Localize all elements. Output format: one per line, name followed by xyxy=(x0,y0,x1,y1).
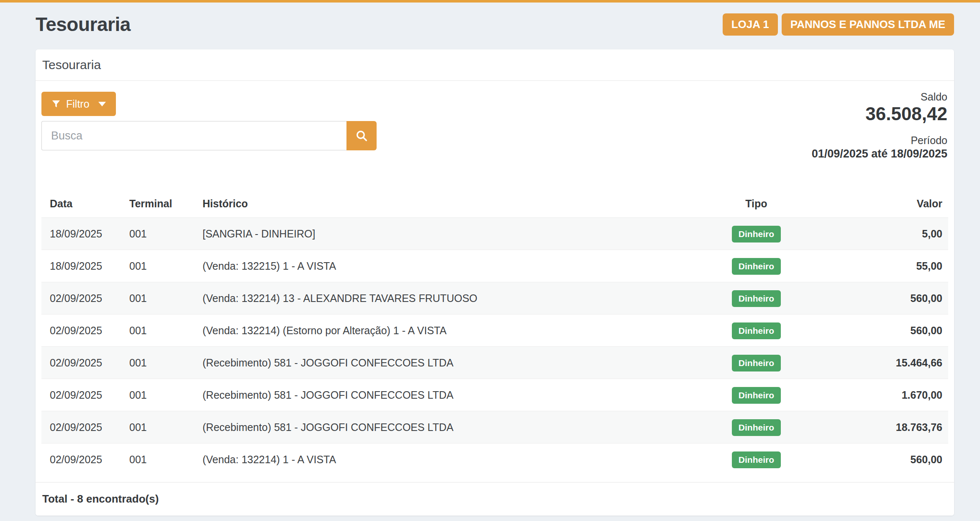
status-badge: Dinheiro xyxy=(732,258,781,275)
search-group xyxy=(41,121,377,150)
search-button[interactable] xyxy=(346,121,377,150)
status-badge: Dinheiro xyxy=(732,290,781,307)
cell-data: 02/09/2025 xyxy=(41,444,121,476)
page-title: Tesouraria xyxy=(36,13,131,36)
page-header: Tesouraria LOJA 1 PANNOS E PANNOS LTDA M… xyxy=(36,12,954,37)
cell-tipo: Dinheiro xyxy=(723,411,789,444)
column-header-historico: Histórico xyxy=(194,190,723,218)
table-row[interactable]: 02/09/2025 001 (Venda: 132214) (Estorno … xyxy=(41,315,948,347)
tesouraria-card: Tesouraria Filtro xyxy=(36,49,954,516)
table-header: Data Terminal Histórico Tipo Valor xyxy=(41,190,948,218)
cell-valor: 15.464,66 xyxy=(789,347,948,379)
periodo-value: 01/09/2025 até 18/09/2025 xyxy=(812,147,947,161)
cell-tipo: Dinheiro xyxy=(723,379,789,411)
search-icon xyxy=(355,129,368,142)
periodo-label: Período xyxy=(812,134,947,147)
status-badge: Dinheiro xyxy=(732,355,781,371)
table-row[interactable]: 02/09/2025 001 (Recebimento) 581 - JOGGO… xyxy=(41,411,948,444)
cell-historico: (Venda: 132214) 13 - ALEXANDRE TAVARES F… xyxy=(194,282,723,315)
company-button[interactable]: PANNOS E PANNOS LTDA ME xyxy=(782,13,954,36)
top-accent-bar xyxy=(0,0,980,3)
cell-historico: [SANGRIA - DINHEIRO] xyxy=(194,218,723,250)
store-button[interactable]: LOJA 1 xyxy=(723,13,778,36)
cell-data: 02/09/2025 xyxy=(41,411,121,444)
cell-data: 02/09/2025 xyxy=(41,315,121,347)
column-header-valor: Valor xyxy=(789,190,948,218)
cell-historico: (Recebimento) 581 - JOGGOFI CONFECCOES L… xyxy=(194,411,723,444)
saldo-label: Saldo xyxy=(812,91,947,103)
cell-terminal: 001 xyxy=(121,315,194,347)
cell-terminal: 001 xyxy=(121,218,194,250)
table-row[interactable]: 02/09/2025 001 (Recebimento) 581 - JOGGO… xyxy=(41,347,948,379)
cell-data: 18/09/2025 xyxy=(41,250,121,282)
search-input[interactable] xyxy=(41,121,346,150)
cell-data: 02/09/2025 xyxy=(41,379,121,411)
cell-historico: (Venda: 132215) 1 - A VISTA xyxy=(194,250,723,282)
page: Tesouraria LOJA 1 PANNOS E PANNOS LTDA M… xyxy=(36,12,954,516)
cell-tipo: Dinheiro xyxy=(723,282,789,315)
table-row[interactable]: 18/09/2025 001 [SANGRIA - DINHEIRO] Dinh… xyxy=(41,218,948,250)
cell-valor: 1.670,00 xyxy=(789,379,948,411)
cell-data: 02/09/2025 xyxy=(41,282,121,315)
cell-data: 18/09/2025 xyxy=(41,218,121,250)
cell-tipo: Dinheiro xyxy=(723,218,789,250)
status-badge: Dinheiro xyxy=(732,226,781,242)
status-badge: Dinheiro xyxy=(732,322,781,339)
table-row[interactable]: 02/09/2025 001 (Recebimento) 581 - JOGGO… xyxy=(41,379,948,411)
column-header-tipo: Tipo xyxy=(723,190,789,218)
transactions-table: Data Terminal Histórico Tipo Valor 18/09… xyxy=(41,190,948,475)
summary-panel: Saldo 36.508,42 Período 01/09/2025 até 1… xyxy=(812,91,947,161)
table-body: 18/09/2025 001 [SANGRIA - DINHEIRO] Dinh… xyxy=(41,218,948,476)
cell-valor: 5,00 xyxy=(789,218,948,250)
cell-historico: (Recebimento) 581 - JOGGOFI CONFECCOES L… xyxy=(194,379,723,411)
cell-valor: 55,00 xyxy=(789,250,948,282)
card-title: Tesouraria xyxy=(36,49,954,81)
column-header-terminal: Terminal xyxy=(121,190,194,218)
table-row[interactable]: 02/09/2025 001 (Venda: 132214) 1 - A VIS… xyxy=(41,444,948,476)
cell-tipo: Dinheiro xyxy=(723,315,789,347)
cell-data: 02/09/2025 xyxy=(41,347,121,379)
cell-terminal: 001 xyxy=(121,282,194,315)
card-body: Filtro Saldo 36.508,42 Período xyxy=(36,81,954,475)
cell-historico: (Venda: 132214) 1 - A VISTA xyxy=(194,444,723,476)
cell-historico: (Venda: 132214) (Estorno por Alteração) … xyxy=(194,315,723,347)
cell-terminal: 001 xyxy=(121,411,194,444)
cell-terminal: 001 xyxy=(121,250,194,282)
saldo-value: 36.508,42 xyxy=(812,103,947,125)
cell-tipo: Dinheiro xyxy=(723,444,789,476)
funnel-icon xyxy=(51,99,61,108)
cell-terminal: 001 xyxy=(121,347,194,379)
cell-terminal: 001 xyxy=(121,444,194,476)
table-footer-total: Total - 8 encontrado(s) xyxy=(36,482,954,516)
column-header-data: Data xyxy=(41,190,121,218)
status-badge: Dinheiro xyxy=(732,451,781,468)
table-row[interactable]: 18/09/2025 001 (Venda: 132215) 1 - A VIS… xyxy=(41,250,948,282)
cell-tipo: Dinheiro xyxy=(723,347,789,379)
cell-tipo: Dinheiro xyxy=(723,250,789,282)
status-badge: Dinheiro xyxy=(732,419,781,436)
cell-valor: 18.763,76 xyxy=(789,411,948,444)
filter-label: Filtro xyxy=(66,98,90,110)
table-row[interactable]: 02/09/2025 001 (Venda: 132214) 13 - ALEX… xyxy=(41,282,948,315)
cell-terminal: 001 xyxy=(121,379,194,411)
chevron-down-icon xyxy=(98,102,106,106)
filter-button[interactable]: Filtro xyxy=(41,92,116,116)
cell-valor: 560,00 xyxy=(789,315,948,347)
header-badges: LOJA 1 PANNOS E PANNOS LTDA ME xyxy=(723,13,954,36)
cell-valor: 560,00 xyxy=(789,444,948,476)
cell-valor: 560,00 xyxy=(789,282,948,315)
status-badge: Dinheiro xyxy=(732,387,781,404)
cell-historico: (Recebimento) 581 - JOGGOFI CONFECCOES L… xyxy=(194,347,723,379)
